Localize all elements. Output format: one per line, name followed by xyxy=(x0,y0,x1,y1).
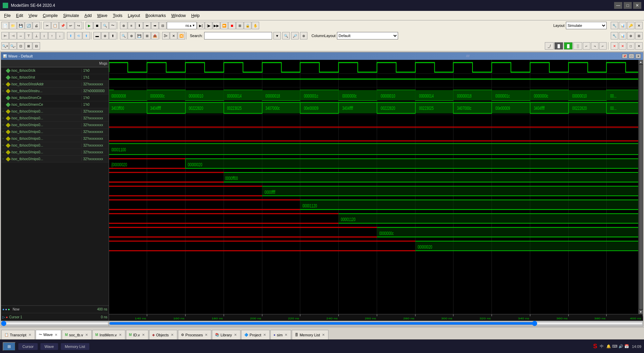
restart-btn[interactable]: 🔍 xyxy=(101,22,109,29)
sig-tool-8[interactable]: ↓ xyxy=(56,32,64,39)
tab-project-close[interactable]: ✕ xyxy=(263,333,267,337)
time-input[interactable]: 100 ns xyxy=(168,23,185,28)
icon-btn-1[interactable]: 🔧 xyxy=(611,22,618,29)
break-btn[interactable]: ⊟ xyxy=(159,22,166,29)
zoom-in-btn[interactable]: 🔍+ xyxy=(1,42,9,50)
expand-instru[interactable]: + xyxy=(1,89,5,93)
fmt-tool-3[interactable]: 🔀 xyxy=(178,32,185,39)
taskbar-item-memorylist[interactable]: Memory List xyxy=(61,343,89,350)
close-button[interactable]: ✕ xyxy=(633,2,641,9)
signal-row-mips0-6[interactable]: + /soc_tb/soc0/mips0... 32'hxxxxxxxx xyxy=(1,142,109,149)
step-right-btn[interactable]: ➡ xyxy=(151,22,159,29)
tab-transcript[interactable]: 📋 Transcript ✕ xyxy=(1,330,35,339)
signal-row-mips0-5[interactable]: + /soc_tb/soc0/mips0... 32'hxxxxxxxx xyxy=(1,135,109,142)
view-tool-5[interactable]: 📤 xyxy=(151,32,159,39)
vscroll-down[interactable]: ▼ xyxy=(639,310,643,314)
tab-sim-close[interactable]: ✕ xyxy=(284,333,288,337)
wave-edit-7[interactable]: ⌐ xyxy=(599,42,607,50)
run-btn[interactable]: ▶ xyxy=(86,22,93,29)
tab-soc-close[interactable]: ✕ xyxy=(85,333,89,337)
r2-btn-4[interactable]: ⊞ xyxy=(635,32,643,39)
menu-tools[interactable]: Tools xyxy=(110,13,125,19)
expand-mips0-2[interactable]: + xyxy=(1,117,5,120)
tab-objects[interactable]: ◆ Objects ✕ xyxy=(149,330,177,339)
signal-row-mips0-4[interactable]: + /soc_tb/soc0/mips0... 32'hxxxxxxxx xyxy=(1,129,109,135)
wave-edit-4[interactable]: ░ xyxy=(573,42,582,50)
maximize-button[interactable]: □ xyxy=(624,2,632,9)
tab-library-close[interactable]: ✕ xyxy=(233,333,237,337)
sim-ctrl-2[interactable]: ≡ xyxy=(128,22,135,29)
paste-btn[interactable]: 📌 xyxy=(59,22,67,29)
menu-window[interactable]: Window xyxy=(168,13,189,19)
minimize-button[interactable]: — xyxy=(614,2,622,9)
zoom-fit-btn[interactable]: ⊡ xyxy=(17,42,24,50)
signal-row-mips0-1[interactable]: + /soc_tb/soc0/mips0... 32'hxxxxxxxx xyxy=(1,108,109,115)
step-back-btn[interactable]: ⬆ xyxy=(136,22,143,29)
search-input[interactable] xyxy=(204,32,272,39)
new-btn[interactable]: 📄 xyxy=(1,22,9,29)
expand-mips0-7[interactable]: + xyxy=(1,151,5,154)
hscroll-wave[interactable] xyxy=(109,321,643,326)
wave-edit-2[interactable]: █ xyxy=(554,42,563,50)
cursor-tool-4[interactable]: ▬ xyxy=(93,32,101,39)
tab-id-close[interactable]: ✕ xyxy=(141,333,145,337)
view-tool-2[interactable]: ⊛ xyxy=(128,32,135,39)
menu-edit[interactable]: Edit xyxy=(13,13,26,19)
wave-edit-10[interactable]: □ xyxy=(627,42,634,50)
tab-wave[interactable]: 〜 Wave ✕ xyxy=(36,330,61,339)
tab-project[interactable]: 🔷 Project ✕ xyxy=(241,330,270,339)
taskbar-item-cursor[interactable]: Cursor xyxy=(18,343,38,350)
sim-ctrl-1[interactable]: ⊛ xyxy=(120,22,127,29)
signal-row-mips0-2[interactable]: + /soc_tb/soc0/mips0... 32'hxxxxxxxx xyxy=(1,115,109,122)
signal-row-clk[interactable]: /soc_tb/soc0/clk 1'h0 xyxy=(1,67,109,74)
wave-edit-9[interactable]: ✕ xyxy=(619,42,626,50)
wave-pin-btn[interactable]: 📌 xyxy=(622,54,627,58)
search-opt-3[interactable]: ⊛ xyxy=(300,32,307,39)
sig-tool-3[interactable]: ↔ xyxy=(17,32,24,39)
wave-edit-3[interactable]: █ xyxy=(564,42,573,50)
vscroll-up[interactable]: ▲ xyxy=(639,60,643,64)
vscroll-thumb[interactable] xyxy=(639,65,643,309)
icon-btn-4[interactable]: ✕ xyxy=(635,22,643,29)
hscroll-signal[interactable] xyxy=(1,321,109,326)
cut-btn[interactable]: ✂ xyxy=(43,22,51,29)
menu-bookmarks[interactable]: Bookmarks xyxy=(143,13,168,19)
menu-file[interactable]: File xyxy=(1,13,13,19)
tab-processes-close[interactable]: ✕ xyxy=(204,333,208,337)
tab-sim[interactable]: ● sim ✕ xyxy=(270,330,291,339)
tab-soc-tb[interactable]: M soc_tb.v ✕ xyxy=(62,330,91,339)
tab-wave-close[interactable]: ✕ xyxy=(54,333,58,337)
r2-btn-3[interactable]: ⊛ xyxy=(627,32,634,39)
wave-vscrollbar[interactable]: ▲ ▼ xyxy=(638,60,643,314)
view-tool-1[interactable]: 🔍 xyxy=(120,32,127,39)
signal-row-memCe[interactable]: /soc_tb/soc0/memCe 1'h0 xyxy=(1,101,109,108)
undo-btn[interactable]: ↩ xyxy=(67,22,74,29)
search-opt-1[interactable]: 🔍 xyxy=(282,32,290,39)
expand-mips0-8[interactable]: + xyxy=(1,157,5,161)
column-layout-select[interactable]: Default xyxy=(337,32,398,39)
wave-tb-btn[interactable]: 〜 xyxy=(109,22,117,29)
sig-tool-5[interactable]: ⊥ xyxy=(33,32,40,39)
icon-btn-2[interactable]: 📊 xyxy=(619,22,626,29)
expand-mips0-5[interactable]: + xyxy=(1,137,5,140)
menu-view[interactable]: View xyxy=(26,13,40,19)
signal-row-mips0-8[interactable]: + /soc_tb/soc0/mips0... 32'hxxxxxxxx xyxy=(1,156,109,163)
time-spinner[interactable]: ▲▼ xyxy=(189,24,195,27)
tab-instmem[interactable]: M InstMem.v ✕ xyxy=(92,330,125,339)
menu-simulate[interactable]: Simulate xyxy=(60,13,82,19)
tab-memorylist-close[interactable]: ✕ xyxy=(321,333,325,337)
sig-tool-6[interactable]: ↕ xyxy=(40,32,48,39)
wave-edit-5[interactable]: ⌐ xyxy=(583,42,590,50)
wave-resize-handle[interactable]: //// xyxy=(315,54,621,58)
save-btn[interactable]: 💾 xyxy=(17,22,24,29)
search-dropdown-btn[interactable]: ▼ xyxy=(273,32,281,39)
expand-mips0-3[interactable]: + xyxy=(1,123,5,127)
signal-row-romCe[interactable]: /soc_tb/soc0/romCe 1'h0 xyxy=(1,95,109,101)
signal-row-rst[interactable]: /soc_tb/soc0/rst 1'h1 xyxy=(1,74,109,81)
tab-library[interactable]: 📚 Library ✕ xyxy=(212,330,240,339)
expand-instAddr[interactable]: + xyxy=(1,83,5,86)
wave-edit-6[interactable]: ¬ xyxy=(591,42,598,50)
menu-layout[interactable]: Layout xyxy=(125,13,143,19)
run-time-btn[interactable]: ▶| xyxy=(197,22,204,29)
expand-mips0-4[interactable]: + xyxy=(1,130,5,133)
